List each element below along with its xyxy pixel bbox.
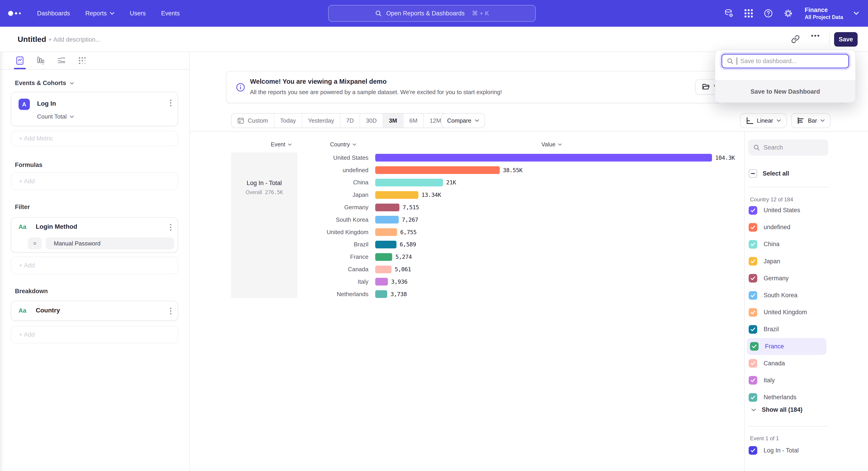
mixpanel-logo-icon[interactable] xyxy=(8,11,27,16)
report-title[interactable]: Untitled xyxy=(18,35,46,44)
country-checkbox[interactable] xyxy=(749,206,757,215)
country-item-united-states[interactable]: United States xyxy=(745,202,831,219)
bar-category-label: United Kingdom xyxy=(190,229,368,236)
country-item-italy[interactable]: Italy xyxy=(745,372,831,389)
nav-events[interactable]: Events xyxy=(161,10,180,17)
bar-segment[interactable] xyxy=(375,228,397,236)
range-30d[interactable]: 30D xyxy=(360,114,383,127)
chart-type-selector[interactable]: Bar xyxy=(791,113,831,128)
more-options-icon[interactable]: ••• xyxy=(811,32,820,39)
add-formula-button[interactable]: + Add xyxy=(11,172,178,190)
settings-gear-icon[interactable] xyxy=(783,8,793,18)
range-7d[interactable]: 7D xyxy=(340,114,360,127)
bar-segment[interactable] xyxy=(375,216,399,224)
country-item-south-korea[interactable]: South Korea xyxy=(745,287,831,304)
project-switcher[interactable]: Finance All Project Data xyxy=(805,6,843,21)
country-checkbox[interactable] xyxy=(749,240,757,248)
country-item-netherlands[interactable]: Netherlands xyxy=(745,389,831,406)
scale-selector[interactable]: Linear xyxy=(740,113,786,128)
bar-segment[interactable] xyxy=(375,241,397,248)
breakdown-kebab-icon[interactable] xyxy=(170,308,171,315)
bar-segment[interactable] xyxy=(375,290,387,298)
bar-segment[interactable] xyxy=(375,266,392,273)
chevron-down-icon xyxy=(475,119,479,122)
tab-retention[interactable] xyxy=(78,56,87,65)
event-legend-item[interactable]: Log In - Total xyxy=(749,446,799,455)
range-today[interactable]: Today xyxy=(274,114,302,127)
bar-row-united-states: United States104.3K xyxy=(190,152,744,164)
tab-insights[interactable] xyxy=(16,56,24,65)
filter-card-login-method[interactable]: Aa Login Method = Manual Password xyxy=(11,217,178,253)
chevron-down-icon xyxy=(70,82,74,85)
bar-segment[interactable] xyxy=(375,253,392,261)
bar-value-label: 13.34K xyxy=(422,192,441,198)
country-checkbox[interactable] xyxy=(749,325,757,334)
nav-users[interactable]: Users xyxy=(130,10,146,17)
nav-dashboards[interactable]: Dashboards xyxy=(37,10,70,17)
tab-flows[interactable] xyxy=(57,56,66,65)
legend-search-input[interactable] xyxy=(764,144,818,151)
save-button[interactable]: Save xyxy=(834,32,858,47)
country-item-china[interactable]: China xyxy=(745,236,831,253)
breakdown-card-country[interactable]: Aa Country xyxy=(11,301,178,321)
save-dashboard-input[interactable] xyxy=(740,58,840,65)
column-header-country[interactable]: Country xyxy=(318,141,368,148)
country-checkbox[interactable] xyxy=(749,257,757,266)
bar-segment[interactable] xyxy=(375,204,399,211)
compare-button[interactable]: Compare xyxy=(441,113,485,128)
save-dashboard-search[interactable] xyxy=(721,54,849,68)
country-checkbox[interactable] xyxy=(749,274,757,283)
filter-operator[interactable]: = xyxy=(28,238,41,249)
country-item-brazil[interactable]: Brazil xyxy=(745,321,831,338)
country-checkbox[interactable] xyxy=(749,359,757,367)
country-checkbox[interactable] xyxy=(749,223,757,232)
select-all-row[interactable]: Select all xyxy=(749,169,789,178)
apps-grid-icon[interactable] xyxy=(744,9,753,18)
metric-card-log-in[interactable]: A Log In Count Total xyxy=(11,92,178,126)
copy-link-icon[interactable] xyxy=(791,35,800,43)
add-description[interactable]: + Add description... xyxy=(49,36,100,43)
country-checkbox[interactable] xyxy=(749,393,757,402)
country-checkbox[interactable] xyxy=(749,291,757,300)
range-6m[interactable]: 6M xyxy=(403,114,423,127)
country-item-undefined[interactable]: undefined xyxy=(745,219,831,236)
aggregation-dropdown[interactable]: Count Total xyxy=(37,113,74,120)
country-item-united-kingdom[interactable]: United Kingdom xyxy=(745,304,831,321)
bar-segment[interactable] xyxy=(375,278,388,286)
country-item-france[interactable]: France xyxy=(747,338,827,355)
legend-search[interactable] xyxy=(748,139,828,156)
tab-funnels[interactable] xyxy=(36,56,45,65)
bar-value-label: 104.3K xyxy=(715,154,735,161)
bar-segment[interactable] xyxy=(375,166,500,174)
country-checkbox[interactable] xyxy=(749,308,757,317)
event-checkbox[interactable] xyxy=(749,446,757,455)
filter-value[interactable]: Manual Password xyxy=(46,238,174,249)
country-checkbox[interactable] xyxy=(750,342,758,351)
chevron-down-icon xyxy=(70,115,74,118)
add-filter-button[interactable]: + Add xyxy=(11,257,178,274)
range-3m[interactable]: 3M xyxy=(383,114,403,127)
bar-segment[interactable] xyxy=(375,154,712,161)
events-cohorts-header[interactable]: Events & Cohorts xyxy=(15,80,74,87)
column-header-value[interactable]: Value xyxy=(527,141,577,148)
country-item-canada[interactable]: Canada xyxy=(745,355,831,372)
help-icon[interactable] xyxy=(764,8,773,18)
country-item-germany[interactable]: Germany xyxy=(745,270,831,287)
filter-kebab-icon[interactable] xyxy=(170,224,171,231)
nav-reports[interactable]: Reports xyxy=(86,10,115,17)
add-metric-button[interactable]: + Add Metric xyxy=(11,131,178,146)
bar-segment[interactable] xyxy=(375,179,443,186)
show-all-button[interactable]: Show all (184) xyxy=(751,406,802,413)
country-checkbox[interactable] xyxy=(749,376,757,385)
bar-segment[interactable] xyxy=(375,191,418,199)
save-to-new-dashboard-button[interactable]: Save to New Dashboard xyxy=(715,81,855,102)
metric-kebab-icon[interactable] xyxy=(170,99,171,106)
range-custom[interactable]: Custom xyxy=(231,114,274,127)
add-breakdown-button[interactable]: + Add xyxy=(11,326,178,344)
select-all-checkbox[interactable] xyxy=(749,169,757,178)
column-header-event[interactable]: Event xyxy=(256,141,306,148)
range-yesterday[interactable]: Yesterday xyxy=(302,114,340,127)
data-management-icon[interactable] xyxy=(724,8,734,18)
global-search[interactable]: Open Reports & Dashboards ⌘ + K xyxy=(328,5,536,22)
country-item-japan[interactable]: Japan xyxy=(745,253,831,270)
